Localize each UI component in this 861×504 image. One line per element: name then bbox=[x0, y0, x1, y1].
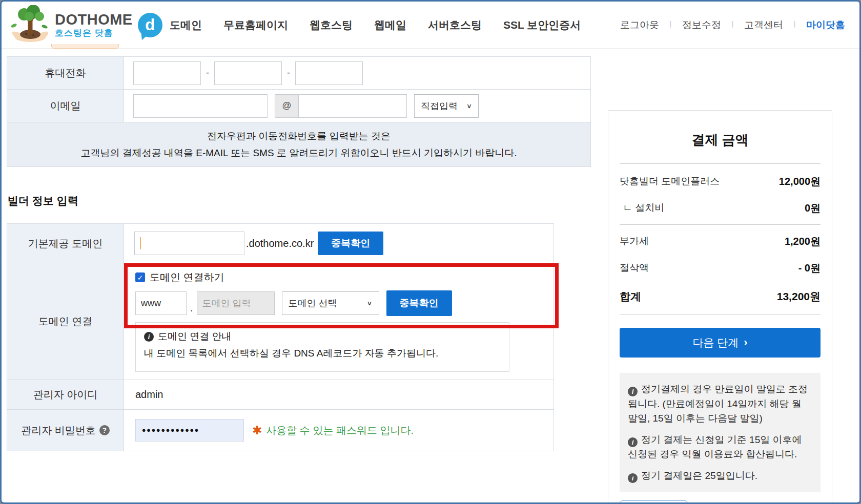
payment-note: i정기결제의 경우 만료일이 말일로 조정됩니다. (만료예정일이 14일까지 … bbox=[628, 382, 812, 426]
builder-section-heading: 빌더 정보 입력 bbox=[8, 194, 78, 208]
builder-table: 기본제공 도메인 .dothome.co.kr 중복확인 도메인 연결 ✓ 도메… bbox=[7, 223, 554, 451]
domain-select[interactable]: 도메인 선택 ∨ bbox=[282, 291, 379, 315]
base-domain-label: 기본제공 도메인 bbox=[7, 224, 124, 263]
payment-row: 부가세 1,200원 bbox=[620, 228, 821, 255]
quote-print-button[interactable]: 견적서출력 bbox=[620, 500, 688, 504]
payment-row: 닷홈빌더 도메인플러스 12,000원 bbox=[620, 168, 821, 195]
domain-input[interactable] bbox=[197, 291, 275, 315]
domain-dot: . bbox=[190, 302, 193, 314]
brand-name: DOTHOME bbox=[55, 12, 133, 27]
next-step-label: 다음 단계 bbox=[692, 335, 739, 350]
chevron-down-icon: ∨ bbox=[367, 300, 373, 307]
password-valid-message: 사용할 수 있는 패스워드 입니다. bbox=[266, 424, 414, 437]
nav-item-web-hosting[interactable]: 웹호스팅 bbox=[310, 18, 353, 32]
user-links: 로그아웃 ㅣ 정보수정 ㅣ 고객센터 ㅣ 마이닷홈 bbox=[620, 18, 845, 32]
chevron-down-icon: ∨ bbox=[466, 102, 472, 109]
payment-notes: i정기결제의 경우 만료일이 말일로 조정됩니다. (만료예정일이 14일까지 … bbox=[620, 373, 821, 492]
customer-center-link[interactable]: 고객센터 bbox=[744, 18, 783, 32]
logo-text: DOTHOME 호스팅은 닷홈 bbox=[55, 12, 133, 37]
nav-item-server-hosting[interactable]: 서버호스팅 bbox=[428, 18, 482, 32]
domain-select-value: 도메인 선택 bbox=[289, 297, 337, 309]
info-icon: i bbox=[144, 332, 154, 342]
note-text: 정기결제의 경우 만료일이 말일로 조정됩니다. (만료예정일이 14일까지 해… bbox=[628, 384, 808, 424]
edit-info-link[interactable]: 정보수정 bbox=[682, 18, 721, 32]
info-icon: i bbox=[628, 473, 638, 483]
next-step-button[interactable]: 다음 단계 › bbox=[620, 328, 821, 358]
email-local-input[interactable] bbox=[133, 94, 268, 118]
payment-item-value: 0원 bbox=[805, 201, 821, 215]
notice-line2: 고객님의 결제성공 내역을 E-MAIL 또는 SMS 로 알려드리기 위함이오… bbox=[80, 146, 517, 160]
payment-title: 결제 금액 bbox=[620, 131, 821, 149]
my-dothome-link[interactable]: 마이닷홈 bbox=[806, 18, 845, 32]
payment-total-label: 합계 bbox=[620, 289, 641, 304]
main-nav: 도메인 무료홈페이지 웹호스팅 웹메일 서버호스팅 SSL 보안인증서 bbox=[170, 18, 581, 32]
domain-check-button[interactable]: 중복확인 bbox=[386, 290, 452, 316]
info-icon: i bbox=[628, 437, 638, 447]
email-provider-select[interactable]: 직접입력 ∨ bbox=[414, 94, 479, 118]
question-icon[interactable]: ? bbox=[99, 425, 110, 435]
payment-item-value: - 0원 bbox=[798, 261, 821, 275]
nav-item-domain[interactable]: 도메인 bbox=[170, 18, 202, 32]
contact-notice: 전자우편과 이동전화번호를 입력받는 것은 고객님의 결제성공 내역을 E-MA… bbox=[7, 122, 590, 166]
phone-part3-input[interactable] bbox=[295, 61, 363, 85]
logout-link[interactable]: 로그아웃 bbox=[620, 18, 659, 32]
phone-separator: - bbox=[287, 68, 290, 78]
page-frame: DOTHOME 호스팅은 닷홈 d 도메인 무료홈페이지 웹호스팅 웹메일 서버… bbox=[0, 0, 861, 504]
admin-password-label: 관리자 비밀번호 bbox=[21, 424, 96, 437]
subdomain-input[interactable] bbox=[135, 291, 187, 315]
payment-total-row: 합계 13,200원 bbox=[620, 281, 821, 312]
payment-note: i정기 결제는 신청일 기준 15일 이후에 신청된 경우 익월 이용료와 합산… bbox=[628, 433, 812, 462]
admin-id-value: admin bbox=[124, 389, 163, 401]
payment-panel: 결제 금액 닷홈빌더 도메인플러스 12,000원 ㄴ 설치비 0원 부가세 1… bbox=[608, 110, 832, 504]
brand-tagline: 호스팅은 닷홈 bbox=[55, 29, 133, 38]
nav-item-free-homepage[interactable]: 무료홈페이지 bbox=[223, 18, 288, 32]
domain-guide-text: 내 도메인 목록에서 선택하실 경우 DNS A레코드가 자동 추가됩니다. bbox=[144, 347, 500, 360]
payment-item-value: 1,200원 bbox=[785, 235, 821, 248]
domain-guide-title: 도메인 연결 안내 bbox=[158, 330, 232, 343]
payment-item-label: ㄴ 설치비 bbox=[620, 201, 664, 215]
table-row: 이메일 @ 직접입력 ∨ bbox=[7, 90, 590, 122]
site-header: DOTHOME 호스팅은 닷홈 d 도메인 무료홈페이지 웹호스팅 웹메일 서버… bbox=[2, 2, 859, 49]
note-text: 정기 결제일은 25일입니다. bbox=[641, 470, 757, 481]
base-domain-check-button[interactable]: 중복확인 bbox=[318, 232, 383, 255]
email-domain-input[interactable] bbox=[298, 94, 407, 118]
dothome-logo[interactable]: DOTHOME 호스팅은 닷홈 d bbox=[9, 5, 162, 45]
link-separator: ㅣ bbox=[667, 20, 674, 30]
divider bbox=[620, 314, 821, 314]
link-separator: ㅣ bbox=[729, 20, 736, 30]
admin-password-field[interactable]: •••••••••••• bbox=[135, 419, 244, 442]
payment-item-value: 12,000원 bbox=[779, 175, 821, 188]
payment-total-value: 13,200원 bbox=[777, 289, 821, 304]
payment-note: i정기 결제일은 25일입니다. bbox=[628, 469, 812, 484]
payment-item-label: 부가세 bbox=[620, 235, 649, 248]
table-row: 휴대전화 - - bbox=[7, 57, 590, 90]
main-content: 휴대전화 - - 이메일 @ 직접입력 ∨ bbox=[2, 49, 859, 502]
nav-item-ssl[interactable]: SSL 보안인증서 bbox=[503, 18, 581, 32]
text-caret bbox=[140, 237, 141, 249]
email-at-symbol: @ bbox=[275, 94, 298, 118]
phone-part1-input[interactable] bbox=[133, 61, 201, 85]
phone-part2-input[interactable] bbox=[214, 61, 282, 85]
phone-separator: - bbox=[206, 68, 209, 78]
table-row: 관리자 아이디 admin bbox=[7, 380, 554, 410]
scrolled-row-remnant bbox=[51, 44, 119, 49]
payment-item-label: 닷홈빌더 도메인플러스 bbox=[620, 175, 720, 188]
phone-label: 휴대전화 bbox=[7, 57, 124, 89]
domain-connect-checkbox-label[interactable]: 도메인 연결하기 bbox=[150, 270, 224, 284]
divider bbox=[620, 163, 821, 164]
table-row: 관리자 비밀번호 ? •••••••••••• ✱ 사용할 수 있는 패스워드 … bbox=[7, 410, 554, 451]
domain-connect-checkbox[interactable]: ✓ bbox=[135, 272, 145, 282]
admin-password-label-cell: 관리자 비밀번호 ? bbox=[7, 410, 124, 451]
nav-item-webmail[interactable]: 웹메일 bbox=[374, 18, 406, 32]
payment-item-label: 절삭액 bbox=[620, 261, 649, 275]
contact-table: 휴대전화 - - 이메일 @ 직접입력 ∨ bbox=[7, 56, 591, 167]
divider bbox=[620, 224, 821, 225]
base-domain-input[interactable] bbox=[134, 232, 244, 255]
notice-line1: 전자우편과 이동전화번호를 입력받는 것은 bbox=[207, 130, 391, 143]
email-provider-selected: 직접입력 bbox=[421, 100, 458, 112]
domain-connect-label: 도메인 연결 bbox=[7, 263, 124, 380]
note-text: 정기 결제는 신청일 기준 15일 이후에 신청된 경우 익월 이용료와 합산됩… bbox=[628, 434, 802, 460]
link-separator: ㅣ bbox=[791, 20, 798, 30]
table-row: 기본제공 도메인 .dothome.co.kr 중복확인 bbox=[7, 224, 554, 263]
table-row: 도메인 연결 ✓ 도메인 연결하기 . 도메인 선택 ∨ bbox=[7, 263, 554, 380]
